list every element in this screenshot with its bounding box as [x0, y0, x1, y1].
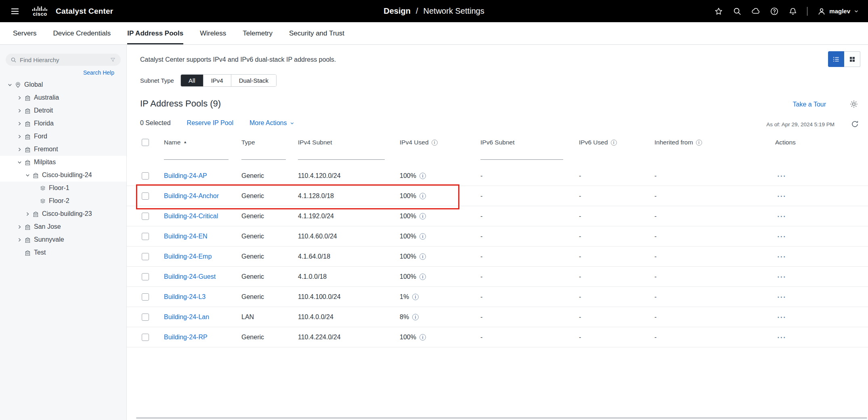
chevron-right-icon[interactable]	[15, 237, 23, 242]
row-checkbox[interactable]	[142, 233, 149, 240]
info-icon[interactable]	[419, 173, 426, 179]
pool-name-link[interactable]: Building-24-AP	[164, 172, 207, 180]
chevron-right-icon[interactable]	[15, 147, 23, 152]
row-checkbox[interactable]	[142, 213, 149, 220]
filter-name-input[interactable]	[164, 149, 229, 160]
chevron-down-icon[interactable]	[6, 82, 14, 88]
take-a-tour-link[interactable]: Take a Tour	[793, 101, 826, 108]
tree-item-australia[interactable]: Australia	[0, 91, 126, 104]
pool-name-link[interactable]: Building-24-RP	[164, 334, 208, 341]
pool-name-link[interactable]: Building-24-Emp	[164, 253, 212, 260]
tree-item-sunnyvale[interactable]: Sunnyvale	[0, 233, 126, 246]
subnet-type-dual-stack[interactable]: Dual-Stack	[231, 75, 276, 86]
info-icon[interactable]	[419, 213, 426, 219]
menu-icon[interactable]	[9, 5, 21, 17]
row-actions-ellipsis-icon[interactable]	[775, 335, 788, 339]
chevron-right-icon[interactable]	[15, 224, 23, 230]
user-menu[interactable]: maglev	[817, 7, 859, 16]
row-actions-ellipsis-icon[interactable]	[775, 194, 788, 198]
cloud-icon[interactable]	[751, 7, 760, 16]
chevron-down-icon[interactable]	[15, 160, 23, 165]
pool-name-link[interactable]: Building-24-Critical	[164, 213, 218, 220]
row-actions-ellipsis-icon[interactable]	[775, 234, 788, 238]
chevron-down-icon[interactable]	[23, 173, 31, 178]
info-icon[interactable]	[696, 140, 702, 146]
row-actions-ellipsis-icon[interactable]	[775, 255, 788, 259]
more-actions-dropdown[interactable]: More Actions	[249, 119, 295, 127]
pool-name-link[interactable]: Building-24-Anchor	[164, 192, 219, 200]
row-actions-ellipsis-icon[interactable]	[775, 315, 788, 319]
tree-item-fremont[interactable]: Fremont	[0, 143, 126, 156]
column-header-inherited-from: Inherited from	[651, 139, 772, 146]
info-icon[interactable]	[419, 253, 426, 260]
tree-item-floor-1[interactable]: Floor-1	[0, 182, 126, 194]
row-checkbox[interactable]	[142, 293, 149, 301]
breadcrumb-design[interactable]: Design	[384, 6, 411, 16]
notifications-icon[interactable]	[788, 7, 797, 16]
tree-item-san-jose[interactable]: San Jose	[0, 220, 126, 233]
tree-item-detroit[interactable]: Detroit	[0, 104, 126, 117]
help-icon[interactable]	[770, 7, 779, 16]
row-actions-ellipsis-icon[interactable]	[775, 214, 788, 218]
info-icon[interactable]	[419, 334, 426, 341]
select-all-checkbox[interactable]	[142, 139, 149, 146]
row-checkbox[interactable]	[142, 253, 149, 260]
tab-telemetry[interactable]: Telemetry	[243, 22, 273, 44]
row-checkbox[interactable]	[142, 192, 149, 200]
search-icon[interactable]	[733, 7, 742, 16]
row-checkbox[interactable]	[142, 334, 149, 341]
filter-ipv6-subnet-input[interactable]	[480, 149, 563, 160]
filter-funnel-icon[interactable]	[110, 57, 116, 63]
info-icon[interactable]	[419, 193, 426, 199]
search-help-link[interactable]: Search Help	[6, 66, 121, 77]
row-actions-ellipsis-icon[interactable]	[775, 174, 788, 178]
row-checkbox[interactable]	[142, 172, 149, 180]
subnet-type-ipv4[interactable]: IPv4	[203, 75, 231, 86]
info-icon[interactable]	[412, 294, 419, 300]
row-actions-ellipsis-icon[interactable]	[775, 295, 788, 299]
tab-device-credentials[interactable]: Device Credentials	[53, 22, 111, 44]
tree-item-floor-2[interactable]: Floor-2	[0, 194, 126, 207]
row-checkbox[interactable]	[142, 313, 149, 321]
tree-item-milpitas[interactable]: Milpitas	[0, 156, 126, 169]
chevron-right-icon[interactable]	[23, 211, 31, 217]
filter-type-input[interactable]	[241, 149, 286, 160]
subnet-type-all[interactable]: All	[181, 75, 203, 86]
row-checkbox[interactable]	[142, 273, 149, 280]
refresh-icon[interactable]	[851, 120, 859, 128]
grid-view-button[interactable]	[844, 51, 860, 67]
star-icon[interactable]	[714, 7, 723, 16]
tree-item-ford[interactable]: Ford	[0, 130, 126, 143]
pool-name-link[interactable]: Building-24-EN	[164, 233, 208, 240]
chevron-right-icon[interactable]	[15, 121, 23, 126]
hierarchy-search-box[interactable]	[6, 54, 121, 66]
pool-name-link[interactable]: Building-24-Guest	[164, 273, 216, 280]
settings-gear-icon[interactable]	[849, 100, 858, 109]
horizontal-scrollbar[interactable]	[136, 417, 867, 419]
tree-item-test[interactable]: Test	[0, 246, 126, 259]
tab-security-and-trust[interactable]: Security and Trust	[289, 22, 344, 44]
pool-name-link[interactable]: Building-24-L3	[164, 293, 205, 301]
tree-item-global[interactable]: Global	[0, 78, 126, 91]
tree-item-cisco-building-23[interactable]: Cisco-building-23	[0, 207, 126, 220]
chevron-right-icon[interactable]	[15, 95, 23, 100]
row-actions-ellipsis-icon[interactable]	[775, 275, 788, 279]
tree-item-florida[interactable]: Florida	[0, 117, 126, 130]
info-icon[interactable]	[412, 314, 419, 320]
column-header-name[interactable]: Name	[161, 139, 238, 146]
reserve-ip-pool-link[interactable]: Reserve IP Pool	[187, 119, 233, 127]
info-icon[interactable]	[419, 233, 426, 240]
info-icon[interactable]	[611, 140, 617, 146]
tab-ip-address-pools[interactable]: IP Address Pools	[127, 22, 183, 44]
hierarchy-search-input[interactable]	[20, 56, 107, 63]
list-view-button[interactable]	[828, 51, 844, 67]
filter-ipv4-subnet-input[interactable]	[298, 149, 385, 160]
chevron-right-icon[interactable]	[15, 134, 23, 139]
pool-name-link[interactable]: Building-24-Lan	[164, 313, 209, 321]
chevron-right-icon[interactable]	[15, 108, 23, 113]
info-icon[interactable]	[419, 274, 426, 280]
tab-servers[interactable]: Servers	[13, 22, 37, 44]
info-icon[interactable]	[432, 140, 438, 146]
tree-item-cisco-buidling-24[interactable]: Cisco-buidling-24	[0, 169, 126, 182]
tab-wireless[interactable]: Wireless	[200, 22, 226, 44]
